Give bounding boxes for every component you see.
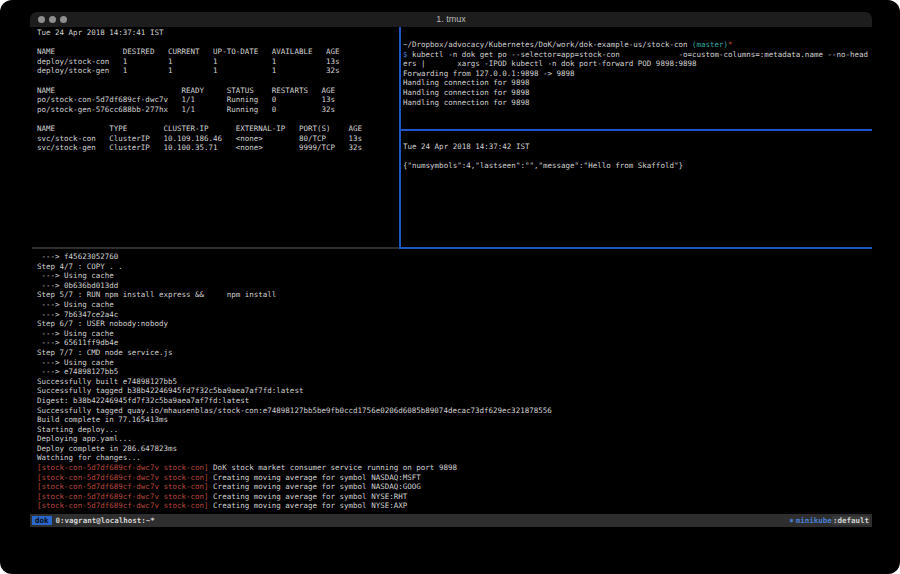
terminal-line: Handling connection for 9898	[403, 88, 868, 98]
window-list-item[interactable]: 0:vagrant@localhost:~*	[56, 516, 155, 525]
terminal-line: Step 4/7 : COPY . .	[37, 262, 552, 272]
terminal-line: ---> 7b6347ce2a4c	[37, 310, 552, 320]
terminal-line: Handling connection for 9898	[403, 98, 868, 108]
terminal-line: NAME READY STATUS RESTARTS AGE	[37, 86, 362, 96]
terminal-line	[403, 152, 683, 162]
terminal-line: Watching for changes...	[37, 453, 552, 463]
terminal-line: [stock-con-5d7df689cf-dwc7v stock-con] C…	[37, 492, 552, 502]
kube-context-label: minikube	[796, 516, 832, 525]
session-name-badge[interactable]: dok	[32, 516, 52, 525]
terminal-line: NAME TYPE CLUSTER-IP EXTERNAL-IP PORT(S)…	[37, 124, 362, 134]
terminal-line: po/stock-gen-576cc688bb-277hx 1/1 Runnin…	[37, 105, 362, 115]
terminal-line: ---> Using cache	[37, 329, 552, 339]
terminal-line	[37, 114, 362, 124]
terminal-line: Starting deploy...	[37, 425, 552, 435]
window-title: 1. tmux	[30, 14, 872, 24]
terminal-line: ---> f45623052760	[37, 252, 552, 262]
terminal-line: [stock-con-5d7df689cf-dwc7v stock-con] C…	[37, 473, 552, 483]
terminal-line: deploy/stock-gen 1 1 1 1 32s	[37, 66, 362, 76]
screenshot-frame: 1. tmux Tue 24 Apr 2018 14:37:41 IST NAM…	[0, 0, 900, 574]
terminal-line: Successfully built e74898127bb5	[37, 377, 552, 387]
terminal-line: ---> 0b636bd013dd	[37, 281, 552, 291]
terminal-line	[37, 38, 362, 48]
status-left: dok 0:vagrant@localhost:~*	[32, 516, 155, 525]
terminal-line: Tue 24 Apr 2018 14:37:42 IST	[403, 142, 683, 152]
terminal-line: ~/Dropbox/advocacy/Kubernetes/DoK/work/d…	[403, 40, 868, 50]
terminal-line: Step 6/7 : USER nobody:nobody	[37, 319, 552, 329]
terminal-line: Digest: b38b42246945fd7f32c5ba9aea7af7fd…	[37, 396, 552, 406]
terminal-line: svc/stock-con ClusterIP 10.109.186.46 <n…	[37, 134, 362, 144]
terminal-line: ---> Using cache	[37, 300, 552, 310]
terminal-line: svc/stock-gen ClusterIP 10.100.35.71 <no…	[37, 143, 362, 153]
pane-port-forward[interactable]: ~/Dropbox/advocacy/Kubernetes/DoK/work/d…	[403, 40, 868, 107]
pane-divider-left-horizontal[interactable]	[32, 247, 399, 249]
tmux-status-bar: dok 0:vagrant@localhost:~* ⎈ minikube :d…	[30, 514, 872, 527]
terminal-line: deploy/stock-con 1 1 1 1 13s	[37, 57, 362, 67]
terminal-line: Successfully tagged b38b42246945fd7f32c5…	[37, 386, 552, 396]
terminal-line: ---> Using cache	[37, 358, 552, 368]
terminal-line: Build complete in 77.165413ms	[37, 415, 552, 425]
terminal-line: Forwarding from 127.0.0.1:9898 -> 9898	[403, 69, 868, 79]
terminal-line: Step 5/7 : RUN npm install express && np…	[37, 290, 552, 300]
terminal-line: ---> Using cache	[37, 271, 552, 281]
status-right: ⎈ minikube :default	[789, 516, 870, 525]
pane-skaffold-log[interactable]: ---> f45623052760Step 4/7 : COPY . . ---…	[37, 252, 552, 511]
terminal-line: Deploying app.yaml...	[37, 434, 552, 444]
terminal-line: Step 7/7 : CMD node service.js	[37, 348, 552, 358]
terminal-line: Deploy complete in 286.647823ms	[37, 444, 552, 454]
terminal-line: NAME DESIRED CURRENT UP-TO-DATE AVAILABL…	[37, 47, 362, 57]
window-titlebar[interactable]: 1. tmux	[30, 12, 872, 27]
kube-namespace-label: :default	[832, 516, 870, 525]
pane-divider-vertical[interactable]	[399, 27, 401, 249]
terminal-line: {"numsymbols":4,"lastseen":"","message":…	[403, 161, 683, 171]
terminal-line: ---> e74898127bb5	[37, 367, 552, 377]
pane-divider-right-horizontal[interactable]	[401, 129, 872, 131]
terminal-line: po/stock-con-5d7df689cf-dwc7v 1/1 Runnin…	[37, 95, 362, 105]
terminal-line: Tue 24 Apr 2018 14:37:41 IST	[37, 28, 362, 38]
terminal-line: [stock-con-5d7df689cf-dwc7v stock-con] D…	[37, 463, 552, 473]
terminal-line: ---> 65611ff9db4e	[37, 338, 552, 348]
terminal-line: ers | xargs -IPOD kubectl -n dok port-fo…	[403, 59, 868, 69]
terminal-line: [stock-con-5d7df689cf-dwc7v stock-con] C…	[37, 482, 552, 492]
pane-kubectl-watch[interactable]: Tue 24 Apr 2018 14:37:41 IST NAME DESIRE…	[37, 28, 362, 153]
kubernetes-helm-icon: ⎈	[789, 516, 794, 525]
pane-curl-output[interactable]: Tue 24 Apr 2018 14:37:42 IST {"numsymbol…	[403, 142, 683, 171]
terminal-line: $ kubectl -n dok get po --selector=app=s…	[403, 50, 868, 60]
terminal-line: [stock-con-5d7df689cf-dwc7v stock-con] C…	[37, 501, 552, 511]
terminal-line: Successfully tagged quay.io/mhausenblas/…	[37, 406, 552, 416]
terminal-line: Handling connection for 9898	[403, 78, 868, 88]
terminal-line	[37, 76, 362, 86]
pane-divider-bottom-right-horizontal[interactable]	[401, 247, 872, 249]
